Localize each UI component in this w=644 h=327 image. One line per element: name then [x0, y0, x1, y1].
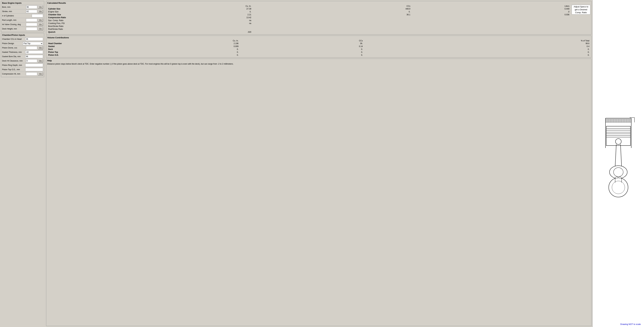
piston-design-label: Piston Design	[2, 42, 22, 45]
volume-contributions-section: Volume Contributions Cu. In. CCs % of To…	[46, 35, 592, 58]
piston-ring-input[interactable]	[25, 64, 43, 67]
bore-input[interactable]	[26, 5, 37, 9]
vol-col-percent: % of Total	[364, 39, 590, 42]
svg-point-39	[609, 178, 628, 197]
piston-top-od-input[interactable]	[25, 68, 43, 71]
head-chamber-percent: 99.6	[364, 42, 590, 45]
stroke-clc-button[interactable]: Clc	[38, 10, 43, 13]
engine-size-label: Engine Size	[47, 10, 73, 13]
chamber-ccs-row: Chamber CCs in Head	[2, 37, 43, 41]
piston-top-percent: 0.	[364, 51, 590, 54]
compression-ht-input[interactable]	[26, 72, 37, 75]
piston-top-ccs: 0.	[240, 51, 364, 54]
vol-col-cu-in: Cu. In.	[73, 39, 240, 42]
piston-top-label: Piston Top	[47, 51, 73, 54]
svg-point-34	[616, 139, 621, 144]
piston-ring-label: Piston Ring Depth, mm	[2, 64, 25, 66]
cylinders-label: # of Cylinders	[2, 15, 31, 17]
deck-height-clc-button[interactable]: Clc	[38, 27, 43, 30]
adjust-text: Adjust Specs to get a Desired Comp. Rati…	[573, 5, 589, 14]
piston-top-od-row: Piston Top O.D., mm	[2, 67, 43, 72]
compression-ratio-value: 13.42	[73, 16, 252, 19]
rod-length-clc-button[interactable]: Clc	[38, 18, 43, 22]
piston-od-row: Piston O.D. 0. 0. 0.	[47, 54, 590, 56]
right-panel: Drawing NOT to scale	[592, 0, 644, 327]
piston-top-od-label: Piston Top O.D., mm	[2, 68, 25, 71]
deck-percent: 0.	[364, 48, 590, 51]
gasket-thickness-label: Gasket Thickness, mm	[2, 51, 25, 53]
stroke-input[interactable]	[26, 10, 37, 13]
stroke-label: Stroke, mm	[2, 10, 25, 12]
rod-stroke-ratio-value	[73, 28, 252, 30]
gasket-percent: 0.4	[364, 45, 590, 48]
base-engine-title: Base Engine Inputs	[2, 2, 43, 4]
head-chamber-label: Head Chamber	[47, 42, 73, 45]
cylinder-size-ccs: 448.9	[252, 7, 411, 10]
compression-ratio-label: Compression Ratio	[47, 16, 73, 19]
engine-size-liters: .0	[411, 10, 570, 13]
gasket-bore-input[interactable]	[25, 55, 43, 58]
deck-clearance-label: Deck Ht Clearance, mm	[2, 60, 25, 62]
drawing-label: Drawing NOT to scale	[620, 323, 642, 326]
deck-clearance-input[interactable]	[26, 59, 37, 62]
deck-row: Deck 0. 0. 0.	[47, 48, 590, 51]
piston-design-row: Piston Design Flat Top Dome Dish	[2, 41, 43, 45]
cylinders-input[interactable]	[32, 14, 43, 17]
col-liters: Liters	[411, 5, 570, 7]
gasket-cu-in: 0.009	[73, 45, 240, 48]
volume-contributions-table: Cu. In. CCs % of Total Head Chamber 2.19…	[47, 39, 590, 56]
piston-dome-clc-button[interactable]: Clc	[38, 46, 43, 49]
compression-ht-label: Compression Ht, mm	[2, 73, 25, 75]
engine-size-row: Engine Size 0. 0. .0	[47, 10, 570, 13]
bore-stroke-ratio-row: Bore/Stroke Ratio	[47, 25, 570, 28]
piston-od-ccs: 0.	[240, 54, 364, 56]
deck-height-input[interactable]	[26, 27, 37, 30]
calculated-results-section: Calculated Results Cu. In. CCs Liters Cy…	[46, 1, 592, 35]
volume-contributions-title: Volume Contributions	[47, 36, 590, 39]
deck-cu-in: 0.	[73, 48, 240, 51]
compression-ht-clc-button[interactable]: Clc	[38, 72, 43, 75]
bore-clc-button[interactable]: Clc	[38, 5, 43, 9]
adjust-box: Adjust Specs to get a Desired Comp. Rati…	[572, 5, 590, 14]
head-chamber-row: Head Chamber 2.196 36. 99.6	[47, 42, 590, 45]
svg-rect-43	[616, 177, 618, 178]
piston-dome-input[interactable]	[26, 46, 37, 49]
help-section: Help Distance piston stays below block's…	[46, 59, 592, 326]
chamber-piston-section: Chamber/Piston Inputs Chamber CCs in Hea…	[1, 33, 44, 77]
cylinder-size-liters: 0.449	[411, 7, 570, 10]
svg-rect-44	[619, 177, 621, 178]
piston-top-cu-in: 0.	[73, 51, 240, 54]
chamber-size-row: Chamber Size 2.21 36.1 0.036	[47, 13, 570, 16]
gasket-thickness-row: Gasket Thickness, mm	[2, 50, 43, 54]
dyn-comp-ratio-row: Dyn. Comp. Ratio na	[47, 19, 570, 22]
gasket-label: Gasket	[47, 45, 73, 48]
rod-length-input[interactable]	[26, 18, 37, 22]
gasket-thickness-input[interactable]	[25, 50, 43, 54]
bore-label: Bore, mm	[2, 6, 25, 8]
piston-drawing	[594, 1, 642, 322]
dyn-comp-ratio-value: na	[73, 19, 252, 22]
head-chamber-cu-in: 2.196	[73, 42, 240, 45]
ivc-clc-button[interactable]: Clc	[38, 23, 43, 26]
ivc-input[interactable]	[26, 23, 37, 26]
piston-svg	[599, 117, 638, 207]
deck-height-label: Deck Height, mm	[2, 28, 25, 30]
col-ccs: CCs	[252, 5, 411, 7]
piston-dome-label: Piston Dome, ccs	[2, 47, 25, 49]
cranking-pres-value: na	[73, 22, 252, 25]
piston-design-select[interactable]: Flat Top Dome Dish	[23, 42, 43, 45]
gasket-ccs: 0.14	[240, 45, 364, 48]
compression-ratio-row: Compression Ratio 13.42	[47, 16, 570, 19]
vol-col-ccs: CCs	[240, 39, 364, 42]
quench-row: Quench .020	[47, 30, 570, 33]
deck-clearance-clc-button[interactable]: Clc	[38, 59, 43, 62]
piston-top-row: Piston Top 0. 0. 0.	[47, 51, 590, 54]
cranking-pres-label: Cranking Pres, PSI	[47, 22, 73, 25]
engine-size-cu-in: 0.	[73, 10, 252, 13]
calculated-results-table: Cu. In. CCs Liters Cylinder Size 27.39 4…	[47, 5, 570, 33]
piston-od-cu-in: 0.	[73, 54, 240, 56]
compression-ht-row: Compression Ht, mm Clc	[2, 72, 43, 76]
chamber-ccs-input[interactable]	[25, 37, 43, 41]
cylinder-size-cu-in: 27.39	[73, 7, 252, 10]
ivc-label: Int Valve Closing, deg	[2, 23, 25, 25]
